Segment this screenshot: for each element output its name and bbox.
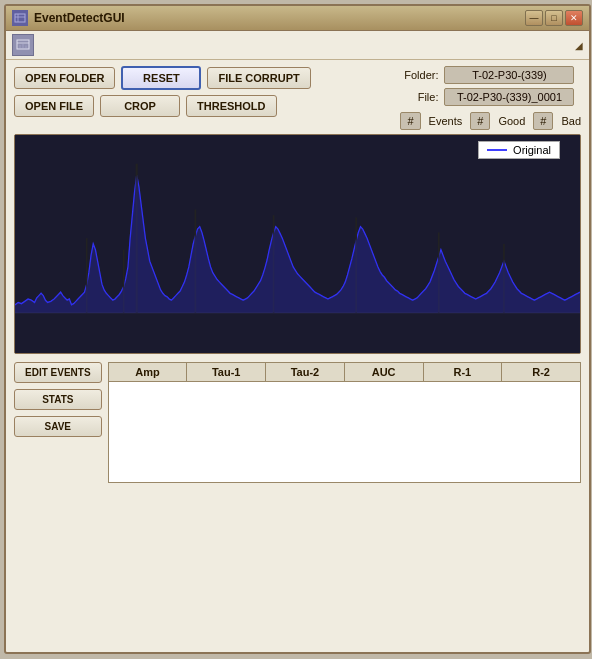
- table-col-auc: AUC: [345, 363, 424, 381]
- file-corrupt-button[interactable]: FILE CORRUPT: [207, 67, 310, 89]
- table-col-amp: Amp: [109, 363, 188, 381]
- file-label: File:: [400, 91, 438, 103]
- file-value: T-02-P30-(339)_0001: [444, 88, 574, 106]
- button-row-2: OPEN FILE CROP THRESHOLD: [14, 95, 311, 117]
- threshold-button[interactable]: THRESHOLD: [186, 95, 276, 117]
- save-button[interactable]: SAVE: [14, 416, 102, 437]
- open-folder-button[interactable]: OPEN FOLDER: [14, 67, 115, 89]
- info-block: Folder: T-02-P30-(339) File: T-02-P30-(3…: [400, 66, 581, 130]
- side-buttons: EDIT EVENTS STATS SAVE: [14, 362, 102, 483]
- table-col-r-1: R-1: [424, 363, 503, 381]
- reset-button[interactable]: RESET: [121, 66, 201, 90]
- folder-value: T-02-P30-(339): [444, 66, 574, 84]
- events-row: # Events # Good # Bad: [400, 112, 581, 130]
- good-label: Good: [498, 115, 525, 127]
- chart-svg: [15, 135, 580, 353]
- app-icon: [12, 10, 28, 26]
- data-table: AmpTau-1Tau-2AUCR-1R-2: [108, 362, 581, 483]
- folder-label: Folder:: [400, 69, 438, 81]
- good-hash: #: [470, 112, 490, 130]
- legend-line: [487, 149, 507, 151]
- chart-area: Original: [14, 134, 581, 354]
- window-title: EventDetectGUI: [34, 11, 125, 25]
- events-hash: #: [400, 112, 420, 130]
- crop-button[interactable]: CROP: [100, 95, 180, 117]
- button-row-1: OPEN FOLDER RESET FILE CORRUPT: [14, 66, 311, 90]
- svg-rect-5: [19, 45, 21, 48]
- bottom-section: EDIT EVENTS STATS SAVE AmpTau-1Tau-2AUCR…: [14, 362, 581, 483]
- window-controls: — □ ✕: [525, 10, 583, 26]
- stats-button[interactable]: STATS: [14, 389, 102, 410]
- table-col-r-2: R-2: [502, 363, 580, 381]
- close-button[interactable]: ✕: [565, 10, 583, 26]
- bad-hash: #: [533, 112, 553, 130]
- title-bar: EventDetectGUI — □ ✕: [6, 6, 589, 31]
- edit-events-button[interactable]: EDIT EVENTS: [14, 362, 102, 383]
- events-label: Events: [429, 115, 463, 127]
- title-bar-left: EventDetectGUI: [12, 10, 125, 26]
- bad-label: Bad: [561, 115, 581, 127]
- open-file-button[interactable]: OPEN FILE: [14, 95, 94, 117]
- minimize-button[interactable]: —: [525, 10, 543, 26]
- svg-rect-8: [15, 135, 580, 353]
- table-col-tau-1: Tau-1: [187, 363, 266, 381]
- table-header: AmpTau-1Tau-2AUCR-1R-2: [109, 363, 580, 382]
- folder-row: Folder: T-02-P30-(339): [400, 66, 581, 84]
- svg-rect-7: [25, 46, 27, 49]
- table-body: [109, 382, 580, 482]
- toolbar-icon: [12, 34, 34, 56]
- maximize-button[interactable]: □: [545, 10, 563, 26]
- main-window: EventDetectGUI — □ ✕ ◢ OPEN FOLDER: [4, 4, 591, 654]
- svg-rect-6: [22, 44, 24, 48]
- svg-rect-0: [15, 14, 25, 22]
- table-col-tau-2: Tau-2: [266, 363, 345, 381]
- file-row: File: T-02-P30-(339)_0001: [400, 88, 581, 106]
- chart-legend: Original: [478, 141, 560, 159]
- corner-arrow: ◢: [575, 40, 583, 51]
- legend-label: Original: [513, 144, 551, 156]
- main-content: OPEN FOLDER RESET FILE CORRUPT OPEN FILE…: [6, 60, 589, 652]
